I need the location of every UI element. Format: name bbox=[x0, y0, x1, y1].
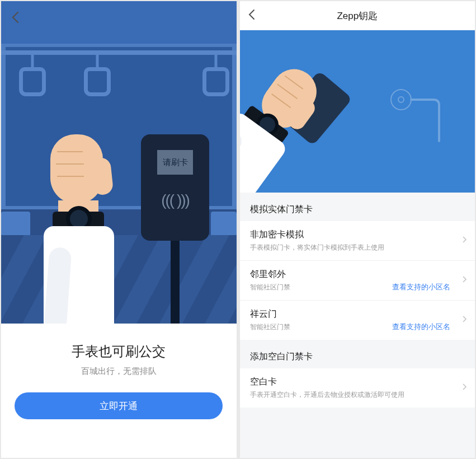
key-body: 模拟实体门禁卡 非加密卡模拟 手表模拟门卡，将实体门卡模拟到手表上使用 邻里邻外… bbox=[240, 193, 475, 458]
back-button[interactable] bbox=[248, 9, 255, 22]
hang-bar bbox=[1, 50, 237, 55]
simulate-card-list: 非加密卡模拟 手表模拟门卡，将实体门卡模拟到手表上使用 邻里邻外 智能社区门禁 … bbox=[240, 221, 475, 340]
back-button[interactable] bbox=[11, 11, 19, 26]
list-item-title: 非加密卡模拟 bbox=[250, 229, 454, 241]
hand-strap bbox=[202, 55, 229, 96]
list-item-blank-card[interactable]: 空白卡 手表开通空白卡，开通后去物业授权或激活即可使用 bbox=[240, 368, 475, 408]
blank-card-list: 空白卡 手表开通空白卡，开通后去物业授权或激活即可使用 bbox=[240, 368, 475, 408]
transit-title: 手表也可刷公交 bbox=[15, 343, 223, 360]
activate-button[interactable]: 立即开通 bbox=[15, 392, 223, 419]
zepp-key-screen: Zepp钥匙 ))) 模拟实体门禁卡 bbox=[240, 1, 475, 458]
chevron-left-icon bbox=[11, 11, 19, 24]
hand-strap bbox=[19, 55, 46, 96]
list-item-subtitle: 手表模拟门卡，将实体门卡模拟到手表上使用 bbox=[250, 243, 454, 252]
transit-subtitle: 百城出行，无需排队 bbox=[15, 366, 223, 377]
supported-communities-link[interactable]: 查看支持的小区名 bbox=[392, 282, 450, 292]
list-item-title: 祥云门 bbox=[250, 308, 454, 320]
list-item-title: 邻里邻外 bbox=[250, 269, 454, 280]
section-title-simulate: 模拟实体门禁卡 bbox=[240, 193, 475, 221]
chevron-right-icon bbox=[462, 315, 467, 325]
header: Zepp钥匙 bbox=[240, 1, 475, 30]
list-item-xiangyunmen[interactable]: 祥云门 智能社区门禁 查看支持的小区名 bbox=[240, 301, 475, 340]
transit-hero-illustration: 请刷卡 ((( ))) bbox=[1, 1, 237, 324]
supported-communities-link[interactable]: 查看支持的小区名 bbox=[392, 322, 450, 332]
svg-point-0 bbox=[391, 90, 411, 110]
chevron-left-icon bbox=[248, 9, 255, 20]
door-handle-icon bbox=[390, 88, 444, 158]
key-hero-illustration: ))) bbox=[240, 30, 475, 193]
hand-strap bbox=[84, 55, 111, 96]
list-item-title: 空白卡 bbox=[250, 376, 454, 388]
svg-point-1 bbox=[398, 97, 404, 102]
chevron-right-icon bbox=[462, 383, 467, 393]
list-item-linlilinwai[interactable]: 邻里邻外 智能社区门禁 查看支持的小区名 bbox=[240, 261, 475, 301]
reader-screen-label: 请刷卡 bbox=[157, 150, 193, 175]
arm-with-watch bbox=[36, 134, 120, 324]
nfc-waves-icon: ((( ))) bbox=[161, 191, 189, 209]
chevron-right-icon bbox=[462, 236, 467, 246]
header-title: Zepp钥匙 bbox=[240, 10, 475, 22]
section-title-blank: 添加空白门禁卡 bbox=[240, 340, 475, 368]
transit-onboarding-screen: 请刷卡 ((( ))) 手表也可刷公交 百城出行，无需排队 立即开通 bbox=[1, 1, 237, 458]
card-reader: 请刷卡 ((( ))) bbox=[141, 134, 209, 241]
transit-panel: 手表也可刷公交 百城出行，无需排队 立即开通 bbox=[1, 324, 237, 433]
list-item-unencrypted[interactable]: 非加密卡模拟 手表模拟门卡，将实体门卡模拟到手表上使用 bbox=[240, 221, 475, 261]
chevron-right-icon bbox=[462, 275, 467, 285]
list-item-subtitle: 手表开通空白卡，开通后去物业授权或激活即可使用 bbox=[250, 390, 454, 400]
